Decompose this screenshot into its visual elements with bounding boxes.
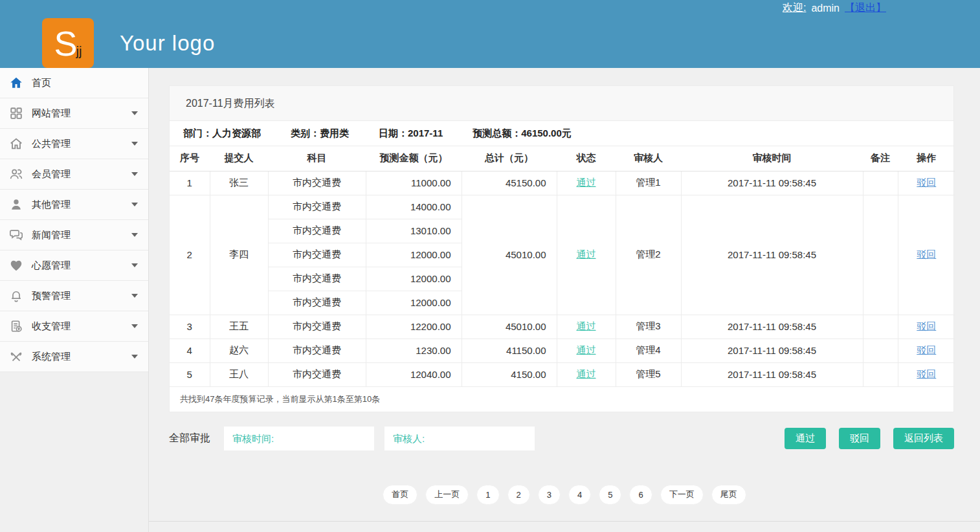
page-6[interactable]: 6 [629, 485, 652, 505]
page-3[interactable]: 3 [538, 485, 561, 505]
cell-review-time: 2017-11-11 09:58:45 [681, 315, 863, 338]
username: admin [811, 3, 840, 14]
reject-link[interactable]: 驳回 [917, 344, 936, 355]
cell-no: 3 [170, 315, 210, 338]
cell-amount: 12200.00 [366, 315, 462, 338]
status-link[interactable]: 通过 [577, 177, 596, 188]
footer-divider [149, 521, 980, 522]
sidebar-item-label: 预警管理 [32, 290, 71, 302]
cell-action: 驳回 [898, 195, 955, 315]
reviewer-input[interactable] [384, 427, 535, 450]
table-row: 4赵六市内交通费1230.0041150.00通过管理42017-11-11 0… [170, 338, 955, 362]
review-time-input[interactable] [224, 427, 374, 450]
cell-subject: 市内交通费 [268, 171, 366, 195]
logo-sub: jj [76, 44, 82, 59]
welcome-label: 欢迎: [783, 1, 806, 15]
reject-button[interactable]: 驳回 [839, 428, 880, 449]
sidebar-item-system[interactable]: 系统管理 [0, 342, 148, 372]
cell-reviewer: 管理3 [616, 315, 681, 338]
sidebar-item-label: 其他管理 [32, 199, 71, 211]
logout-link[interactable]: 【退出】 [845, 1, 886, 15]
column-header: 提交人 [210, 146, 268, 171]
reject-link[interactable]: 驳回 [917, 368, 936, 379]
info-label: 预测总额： [473, 127, 521, 139]
welcome-bar: 欢迎: admin 【退出】 [783, 1, 886, 15]
cell-submitter: 赵六 [210, 338, 268, 362]
cell-subject: 市内交通费 [268, 267, 366, 291]
info-department: 部门：人力资源部 [183, 127, 261, 140]
cell-amount: 1230.00 [366, 338, 462, 362]
info-label: 部门： [183, 127, 212, 139]
page-last[interactable]: 尾页 [711, 485, 746, 505]
cell-remark [863, 338, 898, 362]
column-header: 审核人 [616, 146, 681, 171]
cell-action: 驳回 [898, 338, 955, 362]
sidebar-item-label: 网站管理 [32, 107, 71, 120]
sidebar-item-other[interactable]: 其他管理 [0, 190, 148, 220]
info-value: 46150.00元 [521, 127, 572, 139]
info-label: 日期： [379, 127, 408, 139]
sidebar-item-news[interactable]: 新闻管理 [0, 220, 148, 250]
chevron-down-icon [131, 324, 138, 328]
cell-review-time: 2017-11-11 09:58:45 [681, 362, 863, 386]
info-value: 2017-11 [408, 127, 443, 139]
cell-total: 45010.00 [462, 195, 557, 315]
reject-link[interactable]: 驳回 [917, 177, 936, 188]
info-bar: 部门：人力资源部类别：费用类日期：2017-11预测总额：46150.00元 [170, 121, 953, 146]
column-header: 科目 [268, 146, 366, 171]
cell-no: 2 [170, 195, 210, 315]
logo-letter: S [54, 26, 78, 61]
cell-action: 驳回 [898, 362, 955, 386]
chevron-down-icon [131, 111, 138, 115]
page-next[interactable]: 下一页 [660, 485, 704, 505]
heart-icon [9, 258, 23, 272]
status-link[interactable]: 通过 [577, 344, 596, 355]
page-4[interactable]: 4 [568, 485, 591, 505]
cell-reviewer: 管理2 [616, 195, 681, 315]
cell-no: 1 [170, 171, 210, 195]
info-total: 预测总额：46150.00元 [473, 127, 572, 140]
reject-link[interactable]: 驳回 [917, 249, 936, 260]
column-header: 审核时间 [681, 146, 863, 171]
page-2[interactable]: 2 [507, 485, 530, 505]
status-link[interactable]: 通过 [577, 368, 596, 379]
expense-panel: 2017-11月费用列表 部门：人力资源部类别：费用类日期：2017-11预测总… [169, 85, 954, 412]
cell-submitter: 王八 [210, 362, 268, 386]
cell-subject: 市内交通费 [268, 195, 366, 219]
column-header: 备注 [863, 146, 898, 171]
users-icon [9, 167, 23, 181]
table-summary: 共找到47条年度预算记录，当前显示从第1条至第10条 [170, 387, 953, 412]
page-first[interactable]: 首页 [383, 485, 418, 505]
cell-total: 4150.00 [462, 362, 557, 386]
sidebar-item-wish[interactable]: 心愿管理 [0, 250, 148, 281]
cell-remark [863, 195, 898, 315]
info-value: 费用类 [320, 127, 349, 139]
approval-buttons: 通过驳回返回列表 [785, 428, 954, 449]
status-link[interactable]: 通过 [577, 320, 596, 331]
cell-no: 5 [170, 362, 210, 386]
page-5[interactable]: 5 [599, 485, 621, 505]
approve-button[interactable]: 通过 [785, 428, 826, 449]
status-link[interactable]: 通过 [577, 249, 596, 260]
receipt-icon [9, 319, 23, 333]
cell-subject: 市内交通费 [268, 291, 366, 315]
cell-status: 通过 [557, 338, 616, 362]
reject-link[interactable]: 驳回 [917, 320, 936, 331]
sidebar-item-finance[interactable]: 收支管理 [0, 311, 148, 342]
sidebar-item-home[interactable]: 首页 [0, 68, 148, 98]
column-header: 预测金额（元） [366, 146, 462, 171]
cell-remark [863, 171, 898, 195]
page-prev[interactable]: 上一页 [425, 485, 469, 505]
sidebar-item-website[interactable]: 网站管理 [0, 98, 148, 129]
sidebar-item-label: 公共管理 [32, 138, 71, 150]
approval-label: 全部审批 [169, 432, 210, 445]
sidebar-item-public[interactable]: 公共管理 [0, 129, 148, 159]
page-1[interactable]: 1 [476, 485, 499, 505]
cell-subject: 市内交通费 [268, 243, 366, 267]
column-header: 总计（元） [462, 146, 557, 171]
sidebar-item-members[interactable]: 会员管理 [0, 159, 148, 190]
sidebar-item-warning[interactable]: 预警管理 [0, 281, 148, 311]
sidebar: 首页网站管理公共管理会员管理其他管理新闻管理心愿管理预警管理收支管理系统管理 [0, 68, 149, 532]
back-button[interactable]: 返回列表 [893, 428, 954, 449]
app-header: S jj Your logo 欢迎: admin 【退出】 [0, 0, 980, 68]
